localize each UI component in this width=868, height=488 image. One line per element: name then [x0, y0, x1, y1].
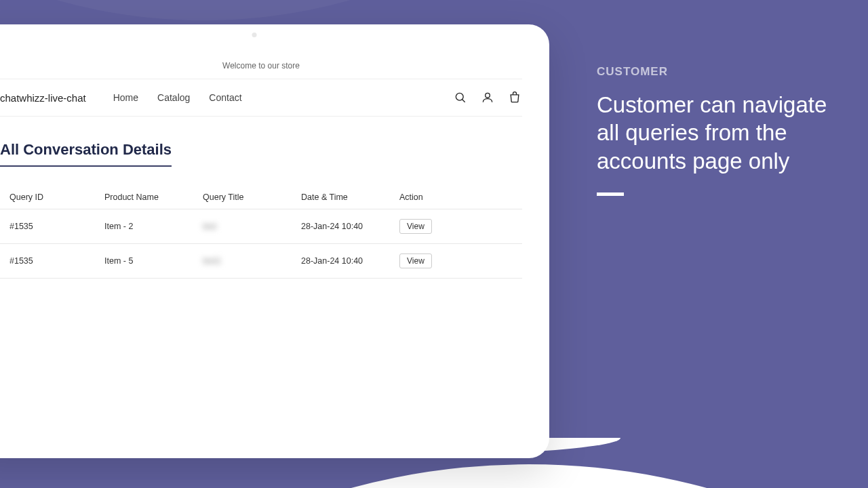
- cell-query-id: #1535: [0, 209, 95, 244]
- cell-title: test: [193, 209, 292, 244]
- nav-contact[interactable]: Contact: [209, 92, 241, 103]
- svg-point-2: [486, 93, 490, 98]
- store-name: chatwhizz-live-chat: [0, 92, 86, 104]
- account-icon[interactable]: [480, 90, 495, 105]
- cell-product: Item - 2: [95, 209, 193, 244]
- top-nav: chatwhizz-live-chat Home Catalog Contact: [0, 79, 522, 117]
- announcement-bar: Welcome to our store: [0, 38, 522, 79]
- view-button[interactable]: View: [399, 253, 432, 268]
- nav-catalog[interactable]: Catalog: [157, 92, 190, 103]
- svg-line-1: [462, 100, 465, 102]
- col-query-title: Query Title: [193, 186, 292, 209]
- nav-home[interactable]: Home: [113, 92, 138, 103]
- promo-headline: Customer can navigate all queries from t…: [597, 91, 827, 175]
- cell-query-id: #1535: [0, 244, 95, 279]
- col-action: Action: [390, 186, 522, 209]
- promo-eyebrow: CUSTOMER: [597, 65, 827, 79]
- view-button[interactable]: View: [399, 219, 432, 234]
- cell-datetime: 28-Jan-24 10:40: [292, 209, 390, 244]
- page-title: All Conversation Details: [0, 141, 172, 167]
- cell-title: test1: [193, 244, 292, 279]
- promo-panel: CUSTOMER Customer can navigate all queri…: [597, 65, 827, 196]
- camera-dot: [252, 33, 257, 37]
- queries-table: Query ID Product Name Query Title Date &…: [0, 186, 522, 279]
- storefront-mock: Welcome to our store chatwhizz-live-chat…: [0, 24, 549, 458]
- svg-point-0: [456, 93, 463, 100]
- cart-icon[interactable]: [507, 90, 522, 105]
- cell-product: Item - 5: [95, 244, 193, 279]
- cell-datetime: 28-Jan-24 10:40: [292, 244, 390, 279]
- col-query-id: Query ID: [0, 186, 95, 209]
- search-icon[interactable]: [453, 90, 468, 105]
- table-row: #1535 Item - 2 test 28-Jan-24 10:40 View: [0, 209, 522, 244]
- col-product-name: Product Name: [95, 186, 193, 209]
- table-row: #1535 Item - 5 test1 28-Jan-24 10:40 Vie…: [0, 244, 522, 279]
- accent-dash: [597, 192, 624, 196]
- col-datetime: Date & Time: [292, 186, 390, 209]
